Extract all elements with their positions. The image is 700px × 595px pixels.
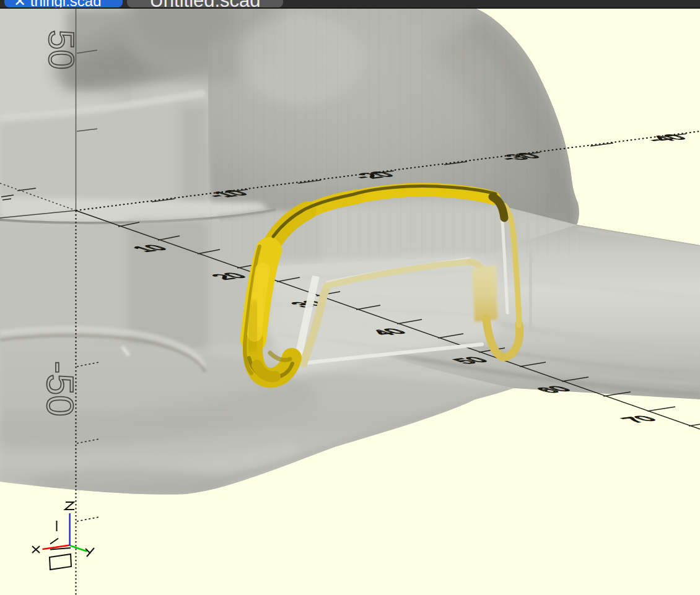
svg-text:50: 50	[42, 30, 82, 70]
svg-text:-50: -50	[39, 361, 82, 417]
